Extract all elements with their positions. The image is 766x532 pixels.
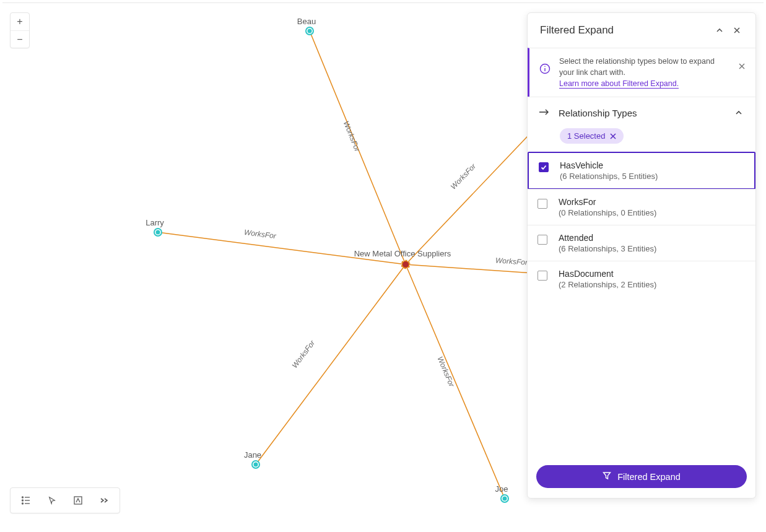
svg-point-17 <box>22 500 24 501</box>
checkbox[interactable] <box>538 271 547 281</box>
collapse-section-button[interactable] <box>732 106 746 120</box>
node-label: Beau <box>297 17 316 26</box>
relationship-meta: (6 Relationships, 3 Entities) <box>559 244 656 253</box>
selection-tool-icon[interactable] <box>72 495 84 506</box>
edge-label: WorksFor <box>342 120 362 152</box>
svg-line-3 <box>406 264 505 499</box>
clear-selection-icon[interactable] <box>610 133 616 139</box>
graph-node[interactable] <box>501 495 508 502</box>
svg-point-14 <box>403 261 409 268</box>
relationship-types-header: Relationship Types <box>528 97 755 124</box>
info-text: Select the relationship types below to e… <box>559 57 715 77</box>
learn-more-link[interactable]: Learn more about Filtered Expand. <box>559 79 679 89</box>
svg-line-2 <box>256 264 406 464</box>
relationship-name: Attended <box>559 233 656 243</box>
svg-point-6 <box>306 27 313 35</box>
zoom-controls: + − <box>10 12 30 48</box>
filter-icon <box>603 471 611 482</box>
svg-point-9 <box>156 230 160 235</box>
relationship-type-item[interactable]: WorksFor (0 Relationships, 0 Entities) <box>528 189 755 225</box>
edge-label: WorksFor <box>435 355 456 388</box>
node-label: Larry <box>146 218 164 227</box>
edge-label: WorksFor <box>495 256 528 267</box>
run-button-label: Filtered Expand <box>617 472 681 482</box>
filtered-expand-button[interactable]: Filtered Expand <box>536 465 747 488</box>
collapse-panel-button[interactable] <box>711 22 728 39</box>
svg-line-1 <box>158 232 406 264</box>
checkbox[interactable] <box>538 235 547 245</box>
cursor-icon[interactable] <box>46 495 58 506</box>
relationship-type-item[interactable]: HasVehicle (6 Relationships, 5 Entities) <box>528 152 755 190</box>
edge-label: WorksFor <box>449 162 477 191</box>
edge-label: WorksFor <box>290 339 316 370</box>
svg-point-15 <box>22 497 24 498</box>
relationship-name: WorksFor <box>559 197 656 207</box>
pill-label: 1 Selected <box>567 131 605 141</box>
node-label: Joe <box>495 484 508 494</box>
svg-point-8 <box>154 229 162 236</box>
relationship-meta: (0 Relationships, 0 Entities) <box>559 208 656 217</box>
relationship-name: HasDocument <box>559 269 656 279</box>
relationship-type-list: HasVehicle (6 Relationships, 5 Entities)… <box>528 152 755 297</box>
info-banner: Select the relationship types below to e… <box>528 48 755 97</box>
graph-node[interactable] <box>306 27 313 35</box>
relationship-type-item[interactable]: Attended (6 Relationships, 3 Entities) <box>528 225 755 261</box>
graph-node[interactable] <box>252 461 259 468</box>
close-panel-button[interactable] <box>728 22 746 39</box>
node-label: Jane <box>244 450 261 460</box>
checkbox[interactable] <box>538 199 547 209</box>
node-label: New Metal Office Suppliers <box>354 249 451 258</box>
edge-label: WorksFor <box>243 228 276 240</box>
relationship-name: HasVehicle <box>560 160 658 170</box>
bottom-toolbar <box>10 487 120 513</box>
svg-point-12 <box>501 495 508 502</box>
svg-point-13 <box>503 497 507 501</box>
relationship-type-item[interactable]: HasDocument (2 Relationships, 2 Entities… <box>528 261 755 297</box>
graph-center-node[interactable] <box>403 261 409 268</box>
panel-title: Filtered Expand <box>540 24 711 37</box>
graph-node[interactable] <box>154 229 162 236</box>
list-icon[interactable] <box>20 495 32 506</box>
svg-point-10 <box>252 461 259 468</box>
section-title: Relationship Types <box>559 108 723 118</box>
selected-count-pill[interactable]: 1 Selected <box>560 128 624 144</box>
dismiss-info-button[interactable] <box>738 62 748 72</box>
more-tools-icon[interactable] <box>98 495 110 506</box>
svg-point-7 <box>308 29 312 33</box>
zoom-out-button[interactable]: − <box>11 30 29 48</box>
zoom-in-button[interactable]: + <box>11 13 29 30</box>
checkbox[interactable] <box>539 162 549 172</box>
relationship-meta: (2 Relationships, 2 Entities) <box>559 280 656 289</box>
filtered-expand-panel: Filtered Expand Select the relationship … <box>527 12 756 499</box>
svg-point-19 <box>22 503 24 504</box>
svg-line-0 <box>310 31 406 264</box>
svg-point-11 <box>254 463 258 467</box>
info-icon <box>539 63 551 74</box>
relationship-meta: (6 Relationships, 5 Entities) <box>560 172 658 181</box>
arrow-right-icon <box>539 107 550 118</box>
svg-point-26 <box>544 66 546 68</box>
